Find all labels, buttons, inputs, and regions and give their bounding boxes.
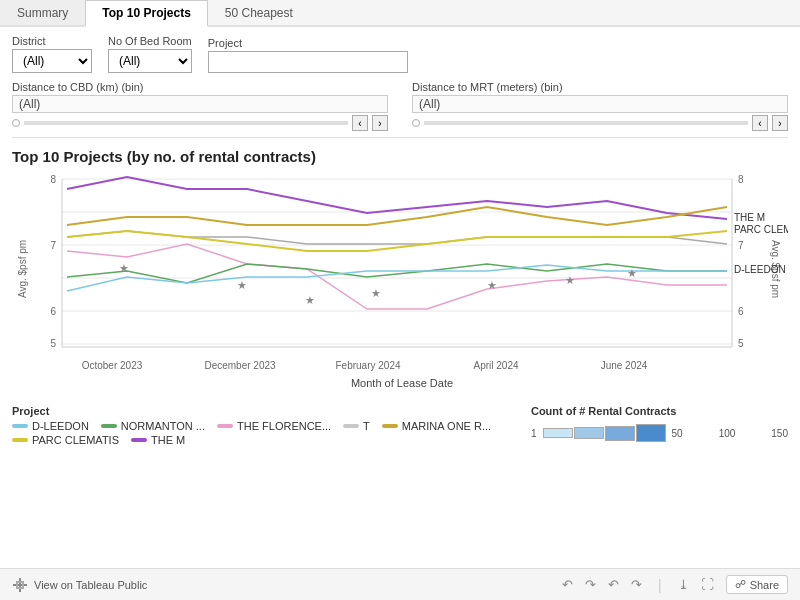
mrt-prev-btn[interactable]: ‹ xyxy=(752,115,768,131)
svg-rect-39 xyxy=(16,581,24,583)
legend-color-marina xyxy=(382,424,398,428)
district-label: District xyxy=(12,35,92,47)
legend-project-title: Project xyxy=(12,405,507,417)
svg-text:February 2024: February 2024 xyxy=(335,360,400,371)
legend-color-normanton xyxy=(101,424,117,428)
count-swatch-100 xyxy=(605,426,635,441)
legend: Project D-LEEDON NORMANTON ... THE FLORE… xyxy=(0,399,800,452)
count-swatch-150 xyxy=(636,424,666,442)
svg-text:5: 5 xyxy=(50,338,56,349)
district-select[interactable]: (All) xyxy=(12,49,92,73)
svg-text:THE M: THE M xyxy=(734,212,765,223)
download-icon[interactable]: ⤓ xyxy=(678,577,689,592)
bedrooms-label: No Of Bed Room xyxy=(108,35,192,47)
count-swatch-50 xyxy=(574,427,604,439)
cbd-slider-thumb[interactable] xyxy=(12,119,20,127)
expand-icon[interactable]: ⛶ xyxy=(701,577,714,592)
count-legend: Count of # Rental Contracts 1 50 100 150 xyxy=(531,405,788,446)
mrt-next-btn[interactable]: › xyxy=(772,115,788,131)
mrt-label: Distance to MRT (meters) (bin) xyxy=(412,81,788,93)
legend-color-parc xyxy=(12,438,28,442)
mrt-value: (All) xyxy=(412,95,788,113)
svg-text:★: ★ xyxy=(627,267,637,279)
svg-text:8: 8 xyxy=(50,174,56,185)
svg-text:Avg. $psf pm: Avg. $psf pm xyxy=(17,240,28,298)
legend-count-title: Count of # Rental Contracts xyxy=(531,405,788,417)
redo-icon[interactable]: ↷ xyxy=(585,577,596,592)
mrt-slider-thumb[interactable] xyxy=(412,119,420,127)
tab-summary[interactable]: Summary xyxy=(0,0,85,25)
legend-item-dleedon: D-LEEDON xyxy=(12,420,89,432)
svg-text:PARC CLEMATIS: PARC CLEMATIS xyxy=(734,224,788,235)
filters-row1: District (All) No Of Bed Room (All) Proj… xyxy=(0,27,800,77)
share-icon: ☍ xyxy=(735,578,746,591)
svg-text:6: 6 xyxy=(738,306,744,317)
legend-item-them: THE M xyxy=(131,434,185,446)
legend-item-normanton: NORMANTON ... xyxy=(101,420,205,432)
svg-text:★: ★ xyxy=(237,279,247,291)
svg-text:★: ★ xyxy=(119,262,129,274)
undo2-icon[interactable]: ↶ xyxy=(608,577,619,592)
chart-area[interactable]: 8 7 6 5 8 7 6 5 Avg. $psf pm Avg. $psf p… xyxy=(12,169,788,399)
mrt-slider-row: ‹ › xyxy=(412,115,788,131)
count-150-label: 150 xyxy=(771,428,788,439)
district-filter: District (All) xyxy=(12,35,92,73)
cbd-slider-track[interactable] xyxy=(24,121,348,125)
cbd-next-btn[interactable]: › xyxy=(372,115,388,131)
legend-item-parc: PARC CLEMATIS xyxy=(12,434,119,446)
svg-text:D-LEEDON: D-LEEDON xyxy=(734,264,786,275)
redo2-icon[interactable]: ↷ xyxy=(631,577,642,592)
bedrooms-filter: No Of Bed Room (All) xyxy=(108,35,192,73)
legend-item-t: T xyxy=(343,420,370,432)
tableau-icon xyxy=(12,577,28,593)
tableau-link[interactable]: View on Tableau Public xyxy=(12,577,147,593)
mrt-slider-group: Distance to MRT (meters) (bin) (All) ‹ › xyxy=(412,81,788,131)
footer-controls: ↶ ↷ ↶ ↷ | ⤓ ⛶ ☍ Share xyxy=(562,575,788,594)
svg-text:7: 7 xyxy=(738,240,744,251)
project-label: Project xyxy=(208,37,408,49)
cbd-value: (All) xyxy=(12,95,388,113)
svg-text:December 2023: December 2023 xyxy=(204,360,276,371)
tab-top10[interactable]: Top 10 Projects xyxy=(85,0,207,27)
count-50-label: 50 xyxy=(672,428,683,439)
separator: | xyxy=(658,577,662,593)
legend-label-florence: THE FLORENCE... xyxy=(237,420,331,432)
share-button[interactable]: ☍ Share xyxy=(726,575,788,594)
cbd-label: Distance to CBD (km) (bin) xyxy=(12,81,388,93)
svg-text:5: 5 xyxy=(738,338,744,349)
line-chart: 8 7 6 5 8 7 6 5 Avg. $psf pm Avg. $psf p… xyxy=(12,169,788,399)
tableau-label: View on Tableau Public xyxy=(34,579,147,591)
svg-rect-36 xyxy=(13,584,27,586)
svg-text:Month of Lease Date: Month of Lease Date xyxy=(351,377,453,389)
legend-item-florence: THE FLORENCE... xyxy=(217,420,331,432)
svg-text:7: 7 xyxy=(50,240,56,251)
svg-text:October 2023: October 2023 xyxy=(82,360,143,371)
count-gradient xyxy=(543,424,666,442)
project-input[interactable] xyxy=(208,51,408,73)
svg-text:6: 6 xyxy=(50,306,56,317)
project-filter: Project xyxy=(208,37,408,73)
svg-text:8: 8 xyxy=(738,174,744,185)
svg-text:June 2024: June 2024 xyxy=(601,360,648,371)
cbd-prev-btn[interactable]: ‹ xyxy=(352,115,368,131)
bedrooms-select[interactable]: (All) xyxy=(108,49,192,73)
share-label: Share xyxy=(750,579,779,591)
tab-cheapest[interactable]: 50 Cheapest xyxy=(208,0,310,25)
legend-label-them: THE M xyxy=(151,434,185,446)
legend-label-parc: PARC CLEMATIS xyxy=(32,434,119,446)
undo-icon[interactable]: ↶ xyxy=(562,577,573,592)
cbd-slider-row: ‹ › xyxy=(12,115,388,131)
legend-label-normanton: NORMANTON ... xyxy=(121,420,205,432)
project-legend: Project D-LEEDON NORMANTON ... THE FLORE… xyxy=(12,405,507,446)
legend-color-them xyxy=(131,438,147,442)
svg-text:★: ★ xyxy=(305,294,315,306)
mrt-slider-track[interactable] xyxy=(424,121,748,125)
legend-color-dleedon xyxy=(12,424,28,428)
svg-rect-40 xyxy=(16,587,24,589)
legend-color-florence xyxy=(217,424,233,428)
footer: View on Tableau Public ↶ ↷ ↶ ↷ | ⤓ ⛶ ☍ S… xyxy=(0,568,800,600)
svg-text:April 2024: April 2024 xyxy=(473,360,518,371)
tab-bar: Summary Top 10 Projects 50 Cheapest xyxy=(0,0,800,27)
legend-label-marina: MARINA ONE R... xyxy=(402,420,491,432)
legend-label-dleedon: D-LEEDON xyxy=(32,420,89,432)
